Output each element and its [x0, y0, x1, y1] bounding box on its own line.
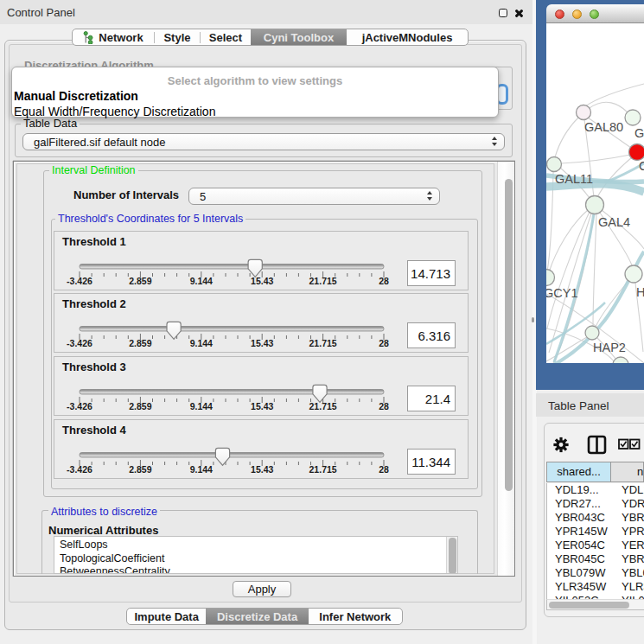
svg-text:C: C	[639, 159, 644, 173]
svg-text:21.715: 21.715	[309, 401, 337, 411]
svg-text:21.715: 21.715	[309, 464, 337, 475]
svg-text:GA: GA	[634, 126, 644, 140]
svg-text:28: 28	[379, 276, 389, 286]
svg-text:GAL80: GAL80	[584, 120, 623, 134]
svg-text:HAP2: HAP2	[593, 341, 626, 354]
svg-text:15.43: 15.43	[251, 401, 273, 411]
svg-text:H: H	[636, 285, 644, 299]
svg-text:2.859: 2.859	[129, 464, 151, 475]
svg-text:21.715: 21.715	[309, 276, 337, 286]
svg-text:28: 28	[379, 338, 389, 348]
svg-text:-3.426: -3.426	[67, 401, 92, 411]
svg-text:9.144: 9.144	[190, 276, 213, 286]
svg-text:28: 28	[379, 401, 389, 411]
svg-text:28: 28	[379, 464, 389, 475]
svg-text:GAL11: GAL11	[555, 172, 593, 186]
svg-text:-3.426: -3.426	[67, 464, 92, 475]
svg-text:2.859: 2.859	[129, 338, 151, 348]
svg-text:GAL4: GAL4	[598, 215, 630, 229]
svg-text:2.859: 2.859	[129, 401, 151, 411]
svg-text:2.859: 2.859	[129, 276, 151, 286]
svg-text:GCY1: GCY1	[546, 286, 578, 300]
svg-text:9.144: 9.144	[190, 464, 213, 475]
svg-text:15.43: 15.43	[251, 276, 273, 286]
svg-text:15.43: 15.43	[251, 464, 273, 475]
svg-text:15.43: 15.43	[251, 338, 273, 348]
svg-text:21.715: 21.715	[309, 338, 337, 348]
svg-text:9.144: 9.144	[190, 338, 213, 348]
svg-text:-3.426: -3.426	[67, 276, 92, 286]
svg-text:-3.426: -3.426	[67, 338, 92, 348]
svg-text:9.144: 9.144	[190, 401, 213, 411]
